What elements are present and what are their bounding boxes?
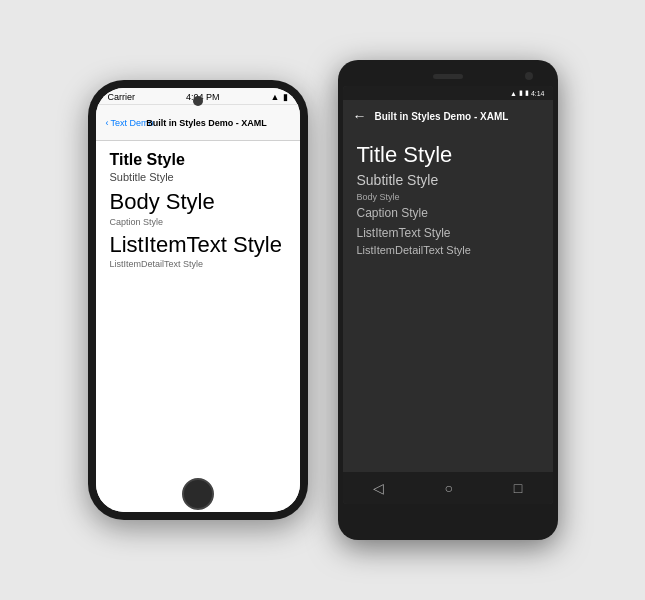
ios-carrier-label: Carrier [108,92,136,102]
ios-screen: Carrier 4:04 PM ▲ ▮ ‹ Text Demo Built in… [96,88,300,512]
android-listitemtext-style-label: ListItemText Style [357,226,539,240]
ios-phone: Carrier 4:04 PM ▲ ▮ ‹ Text Demo Built in… [88,80,308,520]
ios-subtitle-style-label: Subtitle Style [110,171,286,183]
android-bottom-area [343,504,553,532]
android-subtitle-style-label: Subtitle Style [357,172,539,188]
android-screen: ▲ ▮ ▮ 4:14 ← Built in Styles Demo - XAML… [343,86,553,504]
android-camera [525,72,533,80]
android-content: Title Style Subtitle Style Body Style Ca… [343,132,553,472]
android-battery-icon: ▮ [525,89,529,97]
ios-body-style-label: Body Style [110,189,286,215]
ios-listitemdetail-style-label: ListItemDetailText Style [110,259,286,269]
android-phone: ▲ ▮ ▮ 4:14 ← Built in Styles Demo - XAML… [338,60,558,540]
android-body-style-label: Body Style [357,192,539,202]
android-nav-bar: ◁ ○ □ [343,472,553,504]
ios-listitemtext-style-label: ListItemText Style [110,233,286,257]
ios-content: Title Style Subtitle Style Body Style Ca… [96,141,300,512]
android-time-label: 4:14 [531,90,545,97]
android-wifi-icon: ▲ [510,90,517,97]
ios-nav-title: Built in Styles Demo - XAML [124,118,290,128]
android-toolbar-title: Built in Styles Demo - XAML [375,111,509,122]
android-caption-style-label: Caption Style [357,206,539,220]
android-title-style-label: Title Style [357,142,539,168]
ios-caption-style-label: Caption Style [110,217,286,227]
android-recent-nav-icon[interactable]: □ [514,480,522,496]
android-listitemdetail-style-label: ListItemDetailText Style [357,244,539,256]
ios-home-button[interactable] [182,478,214,510]
android-status-icons: ▲ ▮ ▮ 4:14 [510,89,545,97]
android-top-bar [343,66,553,86]
android-status-bar: ▲ ▮ ▮ 4:14 [343,86,553,100]
android-signal-icon: ▮ [519,89,523,97]
android-home-nav-icon[interactable]: ○ [445,480,453,496]
ios-camera [193,96,203,106]
ios-nav-bar: ‹ Text Demo Built in Styles Demo - XAML [96,105,300,141]
android-toolbar: ← Built in Styles Demo - XAML [343,100,553,132]
android-back-nav-icon[interactable]: ◁ [373,480,384,496]
ios-title-style-label: Title Style [110,151,286,169]
ios-chevron-icon: ‹ [106,118,109,128]
android-speaker [433,74,463,79]
ios-wifi-icon: ▲ [271,92,280,102]
ios-status-icons: ▲ ▮ [271,92,288,102]
ios-battery-icon: ▮ [283,92,288,102]
ios-time-label: 4:04 PM [186,92,220,102]
android-back-icon[interactable]: ← [353,108,367,124]
